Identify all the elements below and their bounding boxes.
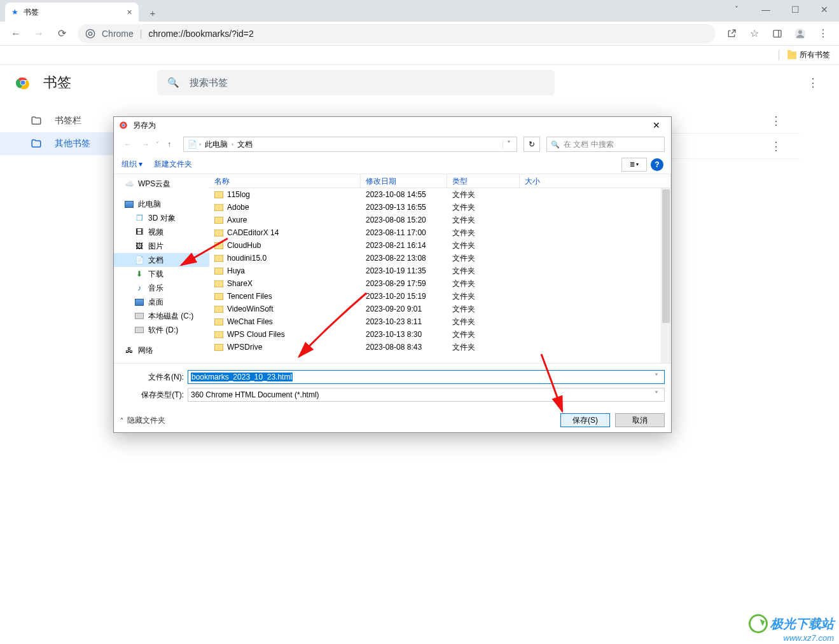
dropdown-chevron-icon[interactable]: ˅ [156, 141, 159, 147]
folder-icon [214, 344, 223, 351]
drive-icon [134, 327, 144, 333]
tree-item-desktop[interactable]: 桌面 [114, 295, 209, 309]
file-scrollbar[interactable] [661, 188, 671, 363]
file-row[interactable]: WeChat Files2023-10-23 8:11文件夹 [209, 315, 671, 328]
menu-icon[interactable]: ⋮ [812, 24, 834, 43]
tab-close-icon[interactable]: ✕ [127, 8, 132, 17]
nav-reload-button[interactable]: ⟳ [51, 24, 73, 43]
tree-item-pc[interactable]: 此电脑 [114, 197, 209, 211]
file-row[interactable]: ShareX2023-08-29 17:59文件夹 [209, 277, 671, 290]
folder-icon [214, 280, 223, 287]
folder-icon [214, 319, 223, 325]
dialog-path-bar[interactable]: 📄 › 此电脑 › 文档 ˅ [183, 137, 517, 152]
file-row[interactable]: WPSDrive2023-08-08 8:43文件夹 [209, 341, 671, 353]
window-chevron-icon[interactable]: ˅ [722, 0, 751, 19]
filetype-select[interactable]: 360 Chrome HTML Document (*.html) ˅ [188, 388, 665, 402]
dialog-file-pane: 名称 修改日期 类型 大小 115log2023-10-08 14:55文件夹A… [209, 174, 671, 363]
row-menu-icon[interactable]: ⋮ [770, 139, 782, 153]
file-list[interactable]: 115log2023-10-08 14:55文件夹Adobe2023-09-13… [209, 188, 671, 363]
browser-tab[interactable]: ★ 书签 ✕ [5, 3, 139, 22]
cube-icon: ❒ [134, 214, 144, 223]
save-button[interactable]: 保存(S) [560, 413, 610, 427]
svg-point-0 [86, 29, 94, 38]
col-header-type[interactable]: 类型 [447, 174, 520, 188]
cancel-button[interactable]: 取消 [615, 413, 665, 427]
file-row[interactable]: houdini15.02023-08-22 13:08文件夹 [209, 252, 671, 264]
tree-item-drive-c[interactable]: 本地磁盘 (C:) [114, 309, 209, 323]
tree-item-downloads[interactable]: ⬇下载 [114, 267, 209, 281]
path-crumb-pc[interactable]: 此电脑 [202, 139, 230, 150]
dialog-refresh-button[interactable]: ↻ [524, 137, 540, 152]
dialog-titlebar[interactable]: 另存为 ✕ [114, 117, 671, 134]
nav-back-button[interactable]: ← [5, 24, 27, 43]
tree-item-wps[interactable]: ☁️WPS云盘 [114, 177, 209, 191]
bookmarks-bar: 所有书签 [0, 46, 839, 65]
dialog-footer: ˄ 隐藏文件夹 保存(S) 取消 [114, 408, 671, 432]
watermark: 极光下载站 www.xz7.com [749, 614, 834, 643]
dropdown-chevron-icon[interactable]: ˅ [651, 390, 662, 399]
svg-point-10 [122, 124, 125, 127]
help-button[interactable]: ? [651, 158, 663, 171]
col-header-size[interactable]: 大小 [520, 174, 671, 188]
folder-icon [214, 204, 223, 211]
dialog-up-button[interactable]: ↑ [162, 137, 177, 152]
tree-item-video[interactable]: 🎞视频 [114, 225, 209, 239]
dialog-search-input[interactable]: 🔍 在 文档 中搜索 [546, 137, 665, 152]
search-icon: 🔍 [551, 140, 560, 149]
hide-folders-toggle[interactable]: ˄ 隐藏文件夹 [120, 415, 165, 426]
profile-icon[interactable] [789, 24, 811, 43]
bookmark-star-icon[interactable]: ☆ [744, 24, 765, 43]
file-row[interactable]: CloudHub2023-08-21 16:14文件夹 [209, 239, 671, 252]
chevron-up-icon: ˄ [120, 417, 123, 424]
file-row[interactable]: WPS Cloud Files2023-10-13 8:30文件夹 [209, 328, 671, 341]
save-as-dialog: 另存为 ✕ ← → ˅ ↑ 📄 › 此电脑 › 文档 ˅ ↻ 🔍 在 文档 中搜… [113, 116, 672, 433]
col-header-date[interactable]: 修改日期 [361, 174, 447, 188]
tree-item-network[interactable]: 🖧网络 [114, 343, 209, 357]
file-row[interactable]: Adobe2023-09-13 16:55文件夹 [209, 201, 671, 214]
tree-item-drive-d[interactable]: 软件 (D:) [114, 323, 209, 337]
tree-item-documents[interactable]: 📄文档 [114, 253, 209, 267]
search-bookmarks-input[interactable]: 🔍 搜索书签 [157, 70, 555, 95]
tree-item-3d[interactable]: ❒3D 对象 [114, 211, 209, 225]
path-dropdown-icon[interactable]: ˅ [503, 140, 514, 149]
sidebar-item-label: 书签栏 [55, 115, 81, 127]
col-header-name[interactable]: 名称 [209, 174, 361, 188]
nav-forward-button[interactable]: → [28, 24, 50, 43]
row-menu-icon[interactable]: ⋮ [770, 114, 782, 128]
file-row[interactable]: CADEditorX 142023-08-11 17:00文件夹 [209, 226, 671, 239]
path-crumb-docs[interactable]: 文档 [235, 139, 255, 150]
folder-icon [214, 293, 223, 300]
dialog-forward-button[interactable]: → [138, 137, 153, 152]
dialog-main: ☁️WPS云盘 此电脑 ❒3D 对象 🎞视频 🖼图片 📄文档 ⬇下载 ♪音乐 桌… [114, 174, 671, 364]
header-menu-icon[interactable]: ⋮ [802, 71, 824, 95]
tree-item-pictures[interactable]: 🖼图片 [114, 239, 209, 253]
sidepanel-icon[interactable] [766, 24, 788, 43]
file-row[interactable]: VideoWinSoft2023-09-20 9:01文件夹 [209, 303, 671, 315]
window-minimize-button[interactable]: — [751, 0, 780, 19]
new-folder-button[interactable]: 新建文件夹 [154, 159, 192, 170]
new-tab-button[interactable]: + [144, 4, 162, 22]
all-bookmarks-link[interactable]: 所有书签 [800, 50, 830, 60]
dialog-close-button[interactable]: ✕ [643, 117, 670, 134]
filetype-label: 保存类型(T): [120, 390, 188, 401]
network-icon: 🖧 [124, 346, 134, 355]
document-icon: 📄 [134, 256, 144, 264]
file-row[interactable]: Axure2023-08-08 15:20文件夹 [209, 214, 671, 226]
tree-item-music[interactable]: ♪音乐 [114, 281, 209, 295]
file-row[interactable]: Tencent Files2023-10-20 15:19文件夹 [209, 290, 671, 303]
dialog-back-button[interactable]: ← [120, 137, 135, 152]
file-list-header[interactable]: 名称 修改日期 类型 大小 [209, 174, 671, 188]
organize-button[interactable]: 组织 ▾ [121, 159, 142, 170]
file-row[interactable]: Huya2023-10-19 11:35文件夹 [209, 264, 671, 277]
chrome-logo-icon [15, 75, 31, 90]
view-mode-button[interactable]: ≣▾ [621, 158, 647, 172]
filename-input[interactable]: bookmarks_2023_10_23.html ˅ [188, 370, 665, 384]
share-icon[interactable] [721, 24, 742, 43]
folder-outline-icon [31, 115, 42, 127]
file-row[interactable]: 115log2023-10-08 14:55文件夹 [209, 188, 671, 201]
folder-icon [214, 242, 223, 249]
address-bar[interactable]: Chrome | chrome://bookmarks/?id=2 [78, 24, 716, 43]
dropdown-chevron-icon[interactable]: ˅ [651, 373, 662, 381]
window-close-button[interactable]: ✕ [810, 0, 839, 19]
window-maximize-button[interactable]: ☐ [780, 0, 810, 19]
